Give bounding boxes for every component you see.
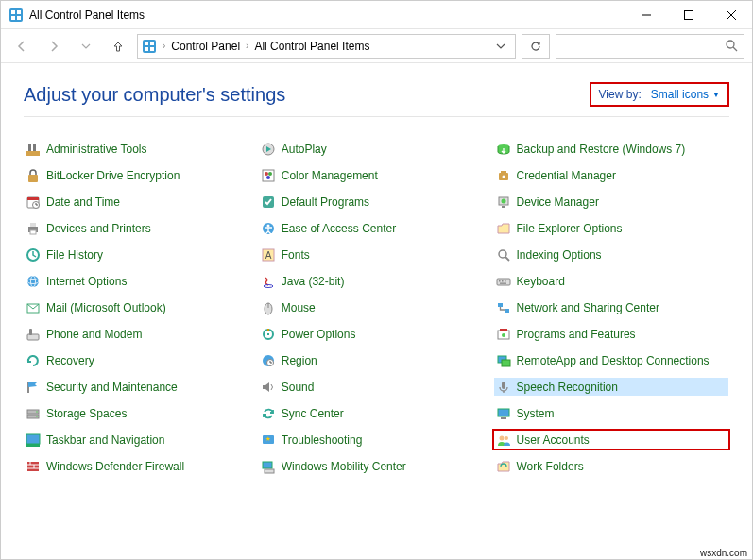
item-label: Phone and Modem [46, 328, 142, 341]
control-panel-item[interactable]: Sync Center [259, 404, 494, 422]
search-box[interactable] [556, 34, 744, 59]
control-panel-item[interactable]: Date and Time [24, 193, 259, 211]
devicemgr-icon [496, 195, 511, 210]
item-label: Windows Mobility Center [282, 460, 406, 473]
control-panel-item[interactable]: Power Options [259, 325, 494, 343]
view-by-value[interactable]: Small icons ▼ [651, 88, 720, 101]
up-button[interactable] [105, 33, 131, 59]
control-panel-item[interactable]: Java (32-bit) [259, 272, 494, 290]
control-panel-item[interactable]: Indexing Options [494, 246, 729, 263]
control-panel-item[interactable]: Backup and Restore (Windows 7) [494, 140, 729, 158]
control-panel-item[interactable]: Taskbar and Navigation [24, 431, 259, 449]
control-panel-item[interactable]: Network and Sharing Center [494, 298, 729, 316]
close-button[interactable] [710, 1, 752, 29]
control-panel-item[interactable]: Internet Options [24, 272, 259, 290]
control-panel-item[interactable]: Default Programs [259, 193, 494, 211]
control-panel-item[interactable]: Ease of Access Center [259, 219, 494, 237]
control-panel-item[interactable]: System [494, 404, 729, 422]
svg-rect-78 [499, 280, 501, 282]
item-label: Recovery [46, 354, 94, 367]
svg-rect-1 [11, 10, 15, 14]
refresh-button[interactable] [522, 34, 550, 59]
control-panel-item[interactable]: File Explorer Options [494, 219, 729, 237]
svg-rect-41 [27, 462, 39, 471]
breadcrumb-current[interactable]: All Control Panel Items [254, 40, 369, 53]
svg-rect-67 [265, 469, 274, 473]
control-panel-item[interactable]: Keyboard [494, 272, 729, 290]
control-panel-item[interactable]: Device Manager [494, 193, 729, 211]
forward-button[interactable] [41, 33, 67, 59]
control-panel-item[interactable]: Mouse [259, 298, 494, 316]
address-dropdown[interactable] [490, 42, 511, 51]
control-panel-item[interactable]: Sound [259, 378, 494, 396]
svg-rect-34 [29, 329, 32, 335]
maximize-button[interactable] [667, 1, 710, 29]
item-label: Storage Spaces [46, 407, 127, 420]
control-panel-item[interactable]: User Accounts [494, 431, 729, 449]
item-label: Region [282, 354, 317, 367]
calendar-icon [26, 195, 41, 210]
titlebar: All Control Panel Items [1, 1, 752, 29]
control-panel-item[interactable]: Storage Spaces [24, 404, 259, 422]
control-panel-item[interactable]: Devices and Printers [24, 219, 259, 237]
svg-rect-4 [17, 16, 21, 20]
control-panel-item[interactable]: Work Folders [494, 457, 729, 475]
item-label: System [517, 407, 555, 420]
item-label: Network and Sharing Center [517, 301, 659, 314]
column-2: AutoPlayColor ManagementDefault Programs… [259, 140, 494, 475]
control-panel-item[interactable]: Recovery [24, 351, 259, 369]
svg-rect-33 [27, 334, 39, 340]
svg-rect-13 [150, 47, 154, 51]
item-label: Credential Manager [517, 169, 616, 182]
globe-icon [26, 274, 41, 289]
svg-rect-83 [505, 309, 509, 313]
svg-rect-18 [33, 144, 36, 151]
control-panel-item[interactable]: Windows Mobility Center [259, 457, 494, 475]
back-button[interactable] [9, 33, 35, 59]
item-label: Programs and Features [517, 328, 636, 341]
view-by-label: View by: [599, 88, 642, 101]
color-icon [261, 168, 276, 183]
svg-rect-92 [501, 417, 506, 419]
control-panel-item[interactable]: RemoteApp and Desktop Connections [494, 351, 729, 369]
control-panel-item[interactable]: Region [259, 351, 494, 369]
recent-dropdown[interactable] [73, 33, 99, 59]
control-panel-item[interactable]: Credential Manager [494, 166, 729, 184]
mouse-icon [261, 300, 276, 315]
drive-icon [26, 406, 41, 421]
control-panel-item[interactable]: Troubleshooting [259, 431, 494, 449]
control-panel-item[interactable]: File History [24, 246, 259, 263]
svg-point-53 [266, 224, 269, 227]
control-panel-item[interactable]: Speech Recognition [494, 378, 729, 396]
defaults-icon [261, 195, 276, 210]
caret-down-icon: ▼ [712, 91, 720, 99]
power-icon [261, 327, 276, 342]
svg-rect-6 [684, 10, 693, 19]
item-label: BitLocker Drive Encryption [46, 169, 180, 182]
control-panel-item[interactable]: Programs and Features [494, 325, 729, 343]
recovery-icon [26, 353, 41, 368]
control-panel-item[interactable]: Administrative Tools [24, 140, 259, 158]
minimize-button[interactable] [625, 1, 667, 29]
svg-point-93 [499, 435, 504, 440]
svg-rect-82 [498, 303, 503, 307]
search-icon [726, 40, 738, 52]
folder-icon [496, 221, 511, 236]
control-panel-item[interactable]: Color Management [259, 166, 494, 184]
breadcrumb-root[interactable]: Control Panel [171, 40, 240, 53]
control-panel-item[interactable]: Security and Maintenance [24, 378, 259, 396]
control-panel-item[interactable]: AFonts [259, 246, 494, 263]
control-panel-item[interactable]: Phone and Modem [24, 325, 259, 343]
view-by-control[interactable]: View by: Small icons ▼ [590, 82, 729, 107]
fonts-icon: A [261, 247, 276, 263]
item-label: Sync Center [282, 407, 344, 420]
troubleshoot-icon [261, 433, 276, 448]
svg-rect-66 [263, 462, 272, 468]
control-panel-item[interactable]: Mail (Microsoft Outlook) [24, 298, 259, 316]
control-panel-item[interactable]: AutoPlay [259, 140, 494, 158]
control-panel-item[interactable]: BitLocker Drive Encryption [24, 166, 259, 184]
address-bar[interactable]: › Control Panel › All Control Panel Item… [137, 34, 516, 59]
remoteapp-icon [496, 353, 511, 368]
control-panel-item[interactable]: Windows Defender Firewall [24, 457, 259, 475]
column-1: Administrative ToolsBitLocker Drive Encr… [24, 140, 259, 475]
